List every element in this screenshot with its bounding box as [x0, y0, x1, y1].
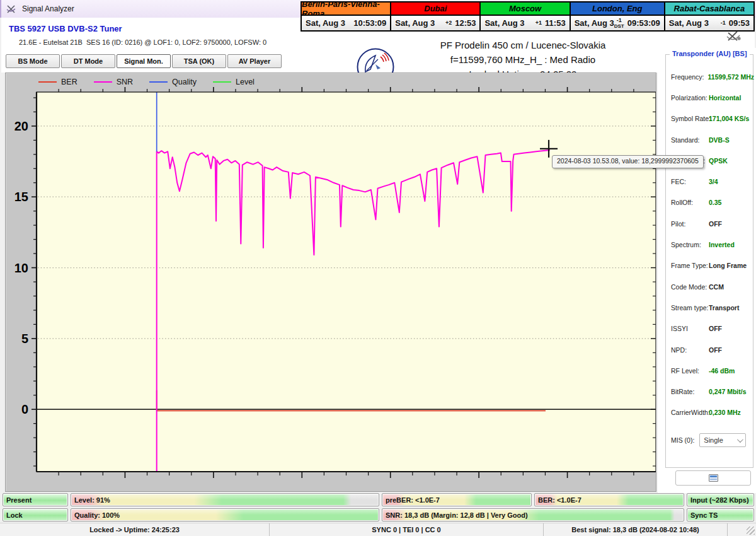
transponder-row-value: DVB-S	[709, 136, 730, 144]
transponder-row-value: -46 dBm	[709, 367, 735, 375]
satellite-dish-icon	[6, 4, 17, 14]
transponder-row: Standard: DVB-S	[666, 129, 753, 150]
transponder-row-label: FEC:	[671, 178, 705, 185]
sync-ts-indicator: Sync TS	[687, 508, 754, 521]
clock-city-label: Berlin-Paris-Vienna-Roma	[302, 3, 390, 16]
tab-dt-mode[interactable]: DT Mode	[61, 54, 115, 68]
transponder-row: Stream type: Transport	[666, 297, 753, 318]
preber-bar: preBER: <1.0E-7	[382, 493, 532, 506]
transponder-groupbox-title: Transponder (AU) [BS]	[670, 50, 750, 57]
tab-signal-mon[interactable]: Signal Mon.	[117, 54, 171, 68]
clock-time: 11:53	[545, 18, 566, 28]
clock-date: Sat, Aug 3	[575, 18, 614, 28]
statusbar-uptime: Locked -> Uptime: 24:25:23	[0, 523, 270, 536]
clock-city-label: London, Eng	[571, 3, 664, 16]
transponder-row-value: 11599,572 MHz	[708, 73, 755, 81]
signal-chart-panel: BER SNR Quality Level 05101520	[5, 73, 656, 492]
transponder-row-label: ISSYI	[671, 325, 705, 332]
transponder-row-value: OFF	[709, 325, 722, 332]
svg-text:20: 20	[14, 119, 28, 133]
transponder-row-label: Pilot:	[671, 220, 705, 228]
transponder-row-label: RollOff:	[671, 199, 705, 206]
transponder-row-value: OFF	[709, 220, 722, 228]
transponder-row: FEC: 3/4	[666, 171, 753, 192]
satellite-dish-icon	[724, 29, 743, 43]
transponder-row-label: Standard:	[671, 136, 705, 144]
transponder-row-label: CarrierWidth:	[671, 409, 705, 416]
transponder-row: RF Level: -46 dBm	[666, 360, 753, 381]
resize-grip[interactable]	[747, 527, 755, 535]
clock-date: Sat, Aug 3	[484, 18, 535, 28]
clock-utc-offset: +2	[445, 20, 452, 26]
clock-berlin: Berlin-Paris-Vienna-Roma Sat, Aug 3 10:5…	[302, 3, 391, 30]
clock-utc-offset: -1	[721, 20, 726, 26]
clock-date: Sat, Aug 3	[395, 18, 445, 28]
transponder-row-label: Polarization:	[671, 94, 705, 102]
transponder-row: Spectrum: Inverted	[666, 234, 753, 255]
transponder-row: Pilot: OFF	[666, 213, 753, 234]
list-icon	[709, 474, 718, 482]
chart-tooltip: 2024-08-03 10.53.08, value: 18,299999237…	[552, 155, 704, 168]
clock-time: 12:53	[455, 18, 476, 28]
clock-utc-offset: -1DST	[614, 18, 624, 29]
svg-text:10: 10	[14, 261, 28, 275]
transponder-row-label: BitRate:	[671, 388, 705, 395]
svg-text:5: 5	[21, 332, 28, 346]
snr-bar: SNR: 18,3 dB (Margin: 12,8 dB | Very Goo…	[382, 508, 684, 521]
transponder-row-value: Transport	[709, 304, 739, 312]
clock-london: London, Eng Sat, Aug 3 -1DST 09:53:09	[571, 3, 665, 30]
mis-selected-value: Single	[704, 436, 723, 444]
transponder-row-value: QPSK	[709, 157, 728, 165]
mis-dropdown[interactable]: Single	[699, 433, 746, 447]
transponder-row-value: Horizontal	[709, 94, 741, 102]
transponder-row: NPD: OFF	[666, 339, 753, 360]
transponder-row: Code Mode: CCM	[666, 276, 753, 297]
transponder-row: Symbol Rate: 171,004 KS/s	[666, 108, 753, 129]
clock-moscow: Moscow Sat, Aug 3 +1 11:53	[481, 3, 570, 30]
transponder-row: RollOff: 0.35	[666, 192, 753, 213]
statusbar-best-signal: Best signal: 18,3 dB (2024-08-02 10:48)	[544, 523, 728, 536]
transponder-row-value: 0,230 MHz	[709, 409, 741, 416]
tab-av-player[interactable]: AV Player	[227, 54, 282, 68]
frequency-line: f=11599,760 MHz_H_ : Med Radio	[372, 52, 674, 67]
window-title: Signal Analyzer	[22, 4, 74, 13]
input-rate-indicator: Input (~282 Kbps)	[687, 493, 754, 506]
transport-stream-button[interactable]	[675, 470, 751, 486]
clock-time: 09:53:09	[627, 18, 660, 28]
lock-indicator: Lock	[3, 508, 68, 521]
mis-label: MIS (0):	[671, 436, 694, 444]
transponder-row-value: Long Frame	[709, 262, 747, 269]
transponder-row-value: 0,247 Mbit/s	[709, 388, 747, 395]
transponder-row-value: OFF	[709, 346, 722, 354]
clock-dst-label: DST	[614, 23, 624, 29]
signal-history-plot[interactable]: 05101520	[6, 73, 656, 491]
transponder-row: CarrierWidth: 0,230 MHz	[666, 402, 753, 423]
clock-city-label: Dubai	[391, 3, 479, 16]
clock-time: 10:53:09	[353, 18, 386, 28]
mis-row: MIS (0): Single	[671, 433, 750, 447]
transponder-row-label: NPD:	[671, 346, 705, 354]
transponder-row-label: Frame Type:	[671, 262, 705, 269]
statusbar-sync-counters: SYNC 0 | TEI 0 | CC 0	[270, 523, 544, 536]
transponder-rows: Frequency: 11599,572 MHz Polarization: H…	[666, 66, 753, 423]
transponder-row: ISSYI OFF	[666, 318, 753, 339]
transponder-row: Frame Type: Long Frame	[666, 255, 753, 276]
world-clocks: Berlin-Paris-Vienna-Roma Sat, Aug 3 10:5…	[301, 1, 755, 32]
transponder-row-label: RF Level:	[671, 367, 705, 375]
transponder-row: Polarization: Horizontal	[666, 87, 753, 108]
transponder-row-label: Symbol Rate:	[671, 115, 705, 122]
transponder-row-value: Inverted	[709, 241, 735, 248]
mode-toolbar: BS Mode DT Mode Signal Mon. TSA (OK) AV …	[6, 54, 283, 68]
tab-bs-mode[interactable]: BS Mode	[6, 54, 60, 68]
clock-time: 09:53	[729, 18, 750, 28]
svg-text:15: 15	[14, 190, 28, 204]
clock-city-label: Rabat-Casablanca	[665, 3, 753, 16]
status-bar: Locked -> Uptime: 24:25:23 SYNC 0 | TEI …	[0, 523, 756, 536]
level-bar: Level: 91%	[71, 493, 379, 506]
ber-bar: BER: <1.0E-7	[534, 493, 684, 506]
tab-tsa[interactable]: TSA (OK)	[172, 54, 226, 68]
present-indicator: Present	[3, 493, 68, 506]
antenna-location-line: PF Prodelin 450 cm / Lucenec-Slovakia	[372, 38, 674, 52]
clock-dubai: Dubai Sat, Aug 3 +2 12:53	[391, 3, 481, 30]
transponder-row: BitRate: 0,247 Mbit/s	[666, 381, 753, 402]
